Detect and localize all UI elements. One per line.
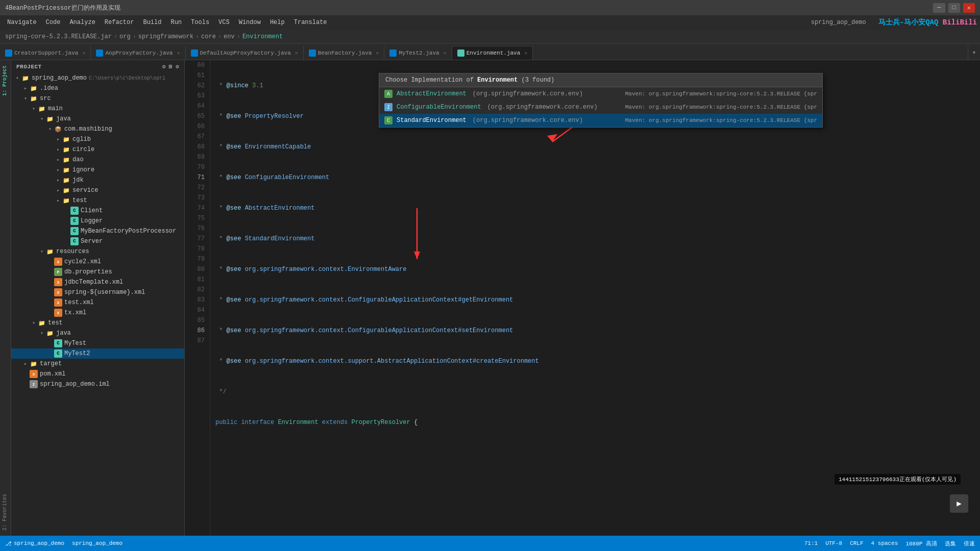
- menu-item-code[interactable]: Code: [42, 18, 65, 27]
- expand-arrow: ▾: [46, 126, 54, 132]
- title-bar: 4BeanPostPricessor拦门的作用及实现 ─ □ ✕: [0, 0, 980, 15]
- line-ending[interactable]: CRLF: [850, 540, 863, 546]
- tab-close-icon[interactable]: ✕: [177, 50, 180, 56]
- expand-arrow: ▾: [38, 248, 46, 255]
- project-gear-icon[interactable]: ⚙: [176, 63, 179, 70]
- tree-src[interactable]: ▾ 📁 src: [11, 93, 184, 104]
- tab-close-icon[interactable]: ✕: [295, 50, 298, 56]
- expand-arrow: ▸: [54, 167, 62, 173]
- menu-item-window[interactable]: Window: [235, 18, 265, 27]
- breadcrumb-jar[interactable]: spring-core-5.2.3.RELEASE.jar: [5, 33, 112, 40]
- tab-environment[interactable]: Environment.java ✕: [452, 46, 533, 60]
- tab-label: DefaultAopProxyFactory.java: [200, 50, 291, 56]
- tree-txml[interactable]: X tx.xml: [11, 308, 184, 318]
- menu-item-tools[interactable]: Tools: [187, 18, 213, 27]
- quality-label[interactable]: 1080P 高清: [905, 540, 937, 547]
- breadcrumb-env[interactable]: env: [224, 33, 235, 40]
- impl-maven: Maven: org.springframework:spring-core:5…: [625, 91, 817, 97]
- tab-close-icon[interactable]: ✕: [524, 50, 527, 56]
- menu-item-help[interactable]: Help: [266, 18, 289, 27]
- tree-client[interactable]: C Client: [11, 206, 184, 216]
- menu-bar: Navigate Code Analyze Refactor Build Run…: [0, 15, 980, 30]
- breadcrumb-springframework[interactable]: springframework: [138, 33, 193, 40]
- breadcrumb-org[interactable]: org: [119, 33, 131, 40]
- tree-jdbctemplate[interactable]: X jdbcTemplate.xml: [11, 277, 184, 287]
- project-label: spring_aop_demo: [811, 19, 866, 26]
- tree-mytest[interactable]: C MyTest: [11, 338, 184, 348]
- tree-cglib[interactable]: ▸ 📁 cglib: [11, 134, 184, 144]
- tab-close-icon[interactable]: ✕: [376, 50, 379, 56]
- close-icon[interactable]: ✕: [963, 3, 975, 13]
- menu-item-build[interactable]: Build: [139, 18, 165, 27]
- indent[interactable]: 4 spaces: [871, 540, 898, 546]
- project-layout-icon[interactable]: ⊞: [169, 63, 173, 70]
- tree-server[interactable]: C Server: [11, 236, 184, 246]
- tree-dao[interactable]: ▸ 📁 dao: [11, 155, 184, 165]
- project-config-icon[interactable]: ⚙: [162, 63, 166, 70]
- tree-test-src[interactable]: ▾ 📁 test: [11, 318, 184, 328]
- tree-ignore[interactable]: ▸ 📁 ignore: [11, 165, 184, 175]
- project-panel-tab[interactable]: 1: Project: [0, 60, 11, 101]
- folder-icon: 📁: [46, 247, 54, 256]
- impl-class-name: ConfigurableEnvironment: [397, 104, 481, 111]
- tree-circle[interactable]: ▸ 📁 circle: [11, 144, 184, 155]
- tree-idea[interactable]: ▸ 📁 .idea: [11, 83, 184, 93]
- breadcrumb-active[interactable]: Environment: [242, 33, 283, 40]
- menu-item-run[interactable]: Run: [166, 18, 186, 27]
- menu-item-analyze[interactable]: Analyze: [65, 18, 99, 27]
- main-content: 1: Project 2: Favorites Project ⚙ ⊞ ⚙ ▾ …: [0, 60, 980, 536]
- impl-item-standard[interactable]: C StandardEnvironment (org.springframewo…: [379, 114, 822, 127]
- tree-cycle2xml[interactable]: X cycle2.xml: [11, 257, 184, 267]
- speed-label[interactable]: 倍速: [964, 540, 975, 547]
- vcs-branch[interactable]: ⎇ spring_aop_demo: [5, 540, 64, 547]
- tree-resources[interactable]: ▾ 📁 resources: [11, 246, 184, 257]
- tree-dbprops[interactable]: P db.properties: [11, 267, 184, 277]
- window-controls: ─ □ ✕: [933, 3, 975, 13]
- xml-file-icon: X: [54, 278, 62, 286]
- tree-main[interactable]: ▾ 📁 main: [11, 104, 184, 114]
- line-col[interactable]: 71:1: [804, 540, 818, 546]
- tree-spring-username[interactable]: X spring-${username}.xml: [11, 287, 184, 297]
- line-numbers: 606162636465 6667686970 71 727374757677 …: [185, 60, 210, 536]
- tab-mytest2[interactable]: MyTest2.java ✕: [384, 46, 452, 60]
- tab-close-icon[interactable]: ✕: [444, 50, 447, 56]
- menu-item-vcs[interactable]: VCS: [214, 18, 234, 27]
- select-label[interactable]: 选集: [945, 540, 956, 547]
- tab-close-icon[interactable]: ✕: [82, 50, 85, 56]
- tree-iml[interactable]: I spring_aop_demo.iml: [11, 379, 184, 389]
- impl-class-name: StandardEnvironment: [397, 117, 467, 124]
- impl-item-abstract[interactable]: A AbstractEnvironment (org.springframewo…: [379, 87, 822, 101]
- tree-logger[interactable]: C Logger: [11, 216, 184, 226]
- encoding[interactable]: UTF-8: [825, 540, 842, 546]
- menu-item-refactor[interactable]: Refactor: [101, 18, 138, 27]
- tree-java[interactable]: ▾ 📁 java: [11, 114, 184, 124]
- tree-service[interactable]: ▸ 📁 service: [11, 185, 184, 195]
- tab-label: Environment.java: [467, 50, 521, 56]
- tree-mybeanfactorypostprocessor[interactable]: C MyBeanFactoryPostProcessor: [11, 226, 184, 236]
- tab-icon: [389, 49, 397, 57]
- menu-item-navigate[interactable]: Navigate: [3, 18, 41, 27]
- java-file-icon: C: [54, 339, 62, 347]
- tree-jdk[interactable]: ▸ 📁 jdk: [11, 175, 184, 185]
- menu-item-translate[interactable]: Translate: [290, 18, 331, 27]
- tree-java2[interactable]: ▾ 📁 java: [11, 328, 184, 338]
- maximize-icon[interactable]: □: [948, 3, 960, 13]
- more-tabs-button[interactable]: ▾: [968, 45, 980, 60]
- tab-creatorsupport[interactable]: CreatorSupport.java ✕: [0, 46, 91, 60]
- minimize-icon[interactable]: ─: [933, 3, 945, 13]
- code-lines: * @since 3.1 * @see PropertyResolver * @…: [210, 60, 976, 536]
- tab-defaultaopproxyfactory[interactable]: DefaultAopProxyFactory.java ✕: [186, 46, 304, 60]
- breadcrumb-core[interactable]: core: [201, 33, 216, 40]
- play-overlay-button[interactable]: ▶: [950, 494, 968, 513]
- tree-root[interactable]: ▾ 📁 spring_aop_demo C:\Users\p\c\Desktop…: [11, 73, 184, 83]
- tab-beanfactory[interactable]: BeanFactory.java ✕: [304, 46, 385, 60]
- favorites-panel-tab[interactable]: 2: Favorites: [0, 489, 11, 536]
- tree-target[interactable]: ▸ 📁 target: [11, 359, 184, 369]
- tree-testxml[interactable]: X test.xml: [11, 297, 184, 308]
- tree-mytest2[interactable]: C MyTest2: [11, 348, 184, 359]
- tree-pomxml[interactable]: X pom.xml: [11, 369, 184, 379]
- tab-aopproxyfactory[interactable]: AopProxyFactory.java ✕: [91, 46, 185, 60]
- impl-item-configurable[interactable]: I ConfigurableEnvironment (org.springfra…: [379, 101, 822, 114]
- tree-com-mashibing[interactable]: ▾ 📦 com.mashibing: [11, 124, 184, 134]
- tree-test-folder[interactable]: ▸ 📁 test: [11, 195, 184, 206]
